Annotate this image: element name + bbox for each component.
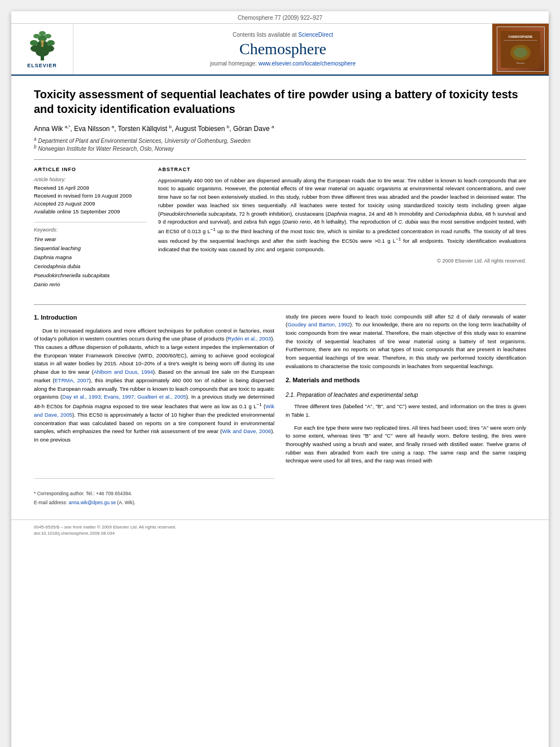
sciencedirect-line: Contents lists available at ScienceDirec… — [233, 32, 333, 38]
chemosphere-badge-area: CHEMOSPHERE Elsevier — [492, 24, 549, 75]
copyright-line: © 2009 Elsevier Ltd. All rights reserved… — [158, 258, 526, 264]
page: Chemosphere 77 (2009) 922–927 — [11, 11, 549, 747]
available-date: Available online 15 September 2009 — [34, 208, 147, 216]
ref-ryden[interactable]: Rydén et al., 2003 — [228, 335, 271, 342]
introduction-heading: 1. Introduction — [34, 313, 274, 322]
sciencedirect-text: Contents lists available at — [233, 32, 296, 38]
email-suffix: (A. Wik). — [117, 500, 136, 505]
svg-text:Elsevier: Elsevier — [517, 62, 525, 64]
keyword-tire-wear: Tire wear — [34, 235, 147, 244]
intro-para-1: Due to increased regulations and more ef… — [34, 327, 274, 444]
email-label: E-mail address: — [34, 500, 67, 505]
footnotes-area: * Corresponding author. Tel.: +46 709 65… — [34, 478, 274, 506]
revised-date: Received in revised form 19 August 2009 — [34, 192, 147, 200]
abstract-label: ABSTRACT — [158, 167, 526, 172]
svg-point-8 — [33, 34, 40, 38]
affiliation-a: a Department of Plant and Environmental … — [34, 136, 526, 144]
materials-subsection-heading: 2.1. Preparation of leachates and experi… — [286, 391, 526, 400]
journal-header: ELSEVIER Contents lists available at Sci… — [11, 24, 549, 76]
received-date: Received 16 April 2009 — [34, 184, 147, 192]
svg-point-5 — [30, 40, 38, 46]
ref-goudey[interactable]: Goudey and Barton, 1992 — [287, 321, 350, 327]
elsevier-logo: ELSEVIER — [25, 30, 59, 68]
abstract-column: ABSTRACT Approximately 460 000 ton of ru… — [158, 167, 526, 295]
article-title: Toxicity assessment of sequential leacha… — [34, 87, 526, 116]
doi-line: doi:10.1016/j.chemosphere.2009.08.034 — [34, 531, 526, 536]
table-ref: Table 1 — [291, 412, 309, 418]
intro-para-2: study tire pieces were found to leach to… — [286, 313, 526, 371]
chemosphere-badge: CHEMOSPHERE Elsevier — [497, 27, 545, 72]
issn-line: 0045-6535/$ – see front matter © 2009 El… — [34, 525, 526, 530]
email-link[interactable]: anna.wik@dpes.gu.se — [68, 500, 116, 505]
corresponding-footnote: * Corresponding author. Tel.: +46 709 65… — [34, 490, 274, 497]
journal-header-center: Contents lists available at ScienceDirec… — [73, 24, 492, 75]
svg-point-6 — [47, 40, 55, 46]
page-footer: 0045-6535/$ – see front matter © 2009 El… — [11, 519, 549, 541]
keywords-group: Keywords: Tire wear Sequential leaching … — [34, 227, 147, 290]
keyword-pseudokirch: Pseudokirchneriella subcapitata — [34, 271, 147, 280]
keyword-sequential: Sequential leaching — [34, 244, 147, 253]
sciencedirect-link[interactable]: ScienceDirect — [298, 32, 333, 38]
journal-homepage: journal homepage: www.elsevier.com/locat… — [210, 60, 356, 67]
main-content: Toxicity assessment of sequential leacha… — [11, 76, 549, 519]
article-info-abstract: ARTICLE INFO Article history: Received 1… — [34, 159, 526, 295]
materials-heading: 2. Materials and methods — [286, 375, 526, 385]
homepage-url[interactable]: www.elsevier.com/locate/chemosphere — [259, 60, 356, 67]
svg-text:CHEMOSPHERE: CHEMOSPHERE — [508, 35, 532, 38]
svg-point-11 — [41, 40, 44, 43]
affiliations: a Department of Plant and Environmental … — [34, 136, 526, 152]
svg-point-10 — [39, 31, 46, 36]
ref-day[interactable]: Day et al., 1993; Evans, 1997; Gualtieri… — [62, 394, 186, 400]
article-info-column: ARTICLE INFO Article history: Received 1… — [34, 167, 147, 295]
body-col-left: 1. Introduction Due to increased regulat… — [34, 313, 274, 509]
body-col-right: study tire pieces were found to leach to… — [286, 313, 526, 509]
keywords-label: Keywords: — [34, 227, 147, 233]
materials-para-2: For each tire type there were two replic… — [286, 424, 526, 466]
ref-ahlbom[interactable]: Ahlbom and Duus, 1994 — [94, 369, 153, 375]
ref-wik2005[interactable]: Wik and Dave, 2005 — [34, 403, 274, 418]
elsevier-brand: ELSEVIER — [27, 63, 57, 68]
keyword-daphnia: Daphnia magna — [34, 253, 147, 262]
keyword-danio: Danio rerio — [34, 280, 147, 289]
body-content: 1. Introduction Due to increased regulat… — [34, 304, 526, 509]
journal-name: Chemosphere — [239, 40, 326, 58]
affiliation-b: b Norwegian Institute for Water Research… — [34, 144, 526, 152]
history-label: Article history: — [34, 177, 147, 182]
email-footnote: E-mail address: anna.wik@dpes.gu.se (A. … — [34, 499, 274, 506]
info-divider — [34, 222, 147, 222]
abstract-text: Approximately 460 000 ton of rubber are … — [158, 177, 526, 254]
homepage-label: journal homepage: — [210, 60, 257, 67]
authors-line: Anna Wik a,*, Eva Nilsson a, Torsten Käl… — [34, 124, 526, 133]
svg-rect-0 — [41, 56, 44, 60]
accepted-date: Accepted 23 August 2009 — [34, 200, 147, 208]
elsevier-logo-area: ELSEVIER — [11, 24, 73, 75]
keyword-ceriodaphnia: Ceriodaphnia dubia — [34, 262, 147, 271]
svg-rect-12 — [41, 43, 43, 47]
materials-para-1: Three different tires (labelled "A", "B"… — [286, 403, 526, 419]
ref-wik2006[interactable]: Wik and Dave, 2006 — [222, 428, 271, 434]
citation-text: Chemosphere 77 (2009) 922–927 — [238, 15, 322, 21]
svg-rect-15 — [504, 40, 537, 41]
svg-point-17 — [514, 47, 527, 58]
elsevier-tree-icon — [25, 30, 59, 62]
citation-line: Chemosphere 77 (2009) 922–927 — [11, 11, 549, 24]
ref-etrma[interactable]: ETRMA, 2007 — [55, 377, 89, 383]
svg-point-9 — [45, 34, 51, 38]
article-history-group: Article history: Received 16 April 2009 … — [34, 177, 147, 216]
article-info-label: ARTICLE INFO — [34, 167, 147, 172]
chemosphere-cover-icon: CHEMOSPHERE Elsevier — [501, 31, 540, 68]
